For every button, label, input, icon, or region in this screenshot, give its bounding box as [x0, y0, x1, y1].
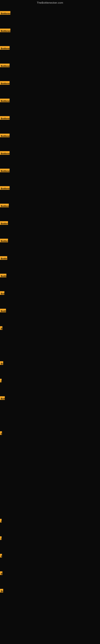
bar-label: Bo — [0, 361, 3, 365]
bar-row: Bottleneck resu — [0, 186, 10, 190]
bar-label: Bottleneck r — [0, 256, 7, 260]
bar-row: Bottleneck resu — [0, 134, 10, 137]
bar-row: B — [0, 571, 2, 575]
bar-row: E — [0, 431, 2, 435]
bar-label: Bottleneck resu — [0, 46, 10, 50]
bar-label: Bot — [0, 291, 4, 295]
bar-label: Bottleneck res — [0, 204, 9, 207]
site-title: TheBottlenecker.com — [0, 0, 100, 5]
bar-label: Bo — [0, 589, 3, 592]
bar-label: Bottleneck resu — [0, 151, 10, 155]
bar-label: Bottleneck resu — [0, 98, 10, 102]
bar-label: Bottleneck re — [0, 239, 8, 242]
bar-label: Bottleneck result — [0, 11, 10, 15]
bar-row: Bottleneck re — [0, 221, 8, 225]
bar-label: E — [0, 431, 2, 435]
bar-label: | — [0, 536, 1, 540]
bar-row: Bottleneck resu — [0, 98, 10, 102]
bar-row: Bottleneck result — [0, 11, 10, 15]
bar-label: Bottleneck resu — [0, 81, 10, 85]
bar-row: Bottleneck re — [0, 239, 8, 242]
bar-row: Bot — [0, 291, 4, 295]
bar-label: Bottleneck re — [0, 221, 8, 225]
bar-row: B — [0, 326, 2, 330]
bar-label: Bottlenec — [0, 274, 6, 277]
bar-label: Bottleneck resu — [0, 116, 10, 120]
bar-row: r — [0, 519, 1, 522]
bar-row: Bottleneck r — [0, 256, 7, 260]
bar-row: Bottleneck resu — [0, 46, 10, 50]
bar-label: | — [0, 379, 1, 382]
bar-row: Bo — [0, 361, 3, 365]
bar-row: Bottlen — [0, 309, 6, 312]
bar-row: Bottleneck resu — [0, 151, 10, 155]
bar-label: Bottleneck result — [0, 28, 10, 32]
bar-row: | — [0, 536, 1, 540]
bar-row: | — [0, 379, 1, 382]
bar-label: Bottleneck resu — [0, 169, 10, 172]
bar-row: E — [0, 554, 2, 558]
bar-row: Bott — [0, 396, 5, 400]
bar-row: Bottlenec — [0, 274, 6, 277]
bar-row: Bottleneck res — [0, 204, 9, 207]
bar-label: B — [0, 326, 2, 330]
bar-row: Bottleneck resu — [0, 116, 10, 120]
bar-row: Bottleneck resu — [0, 64, 10, 67]
bar-row: Bo — [0, 589, 3, 592]
bar-label: Bottleneck resu — [0, 134, 10, 137]
bar-row: Bottleneck resu — [0, 81, 10, 85]
bar-label: Bottlen — [0, 309, 6, 312]
bar-label: Bottleneck resu — [0, 186, 10, 190]
bar-row: Bottleneck result — [0, 28, 10, 32]
bar-label: r — [0, 519, 1, 522]
bar-row: Bottleneck resu — [0, 169, 10, 172]
bar-label: B — [0, 571, 2, 575]
bar-label: Bottleneck resu — [0, 64, 10, 67]
bar-label: E — [0, 554, 2, 558]
bar-label: Bott — [0, 396, 5, 400]
